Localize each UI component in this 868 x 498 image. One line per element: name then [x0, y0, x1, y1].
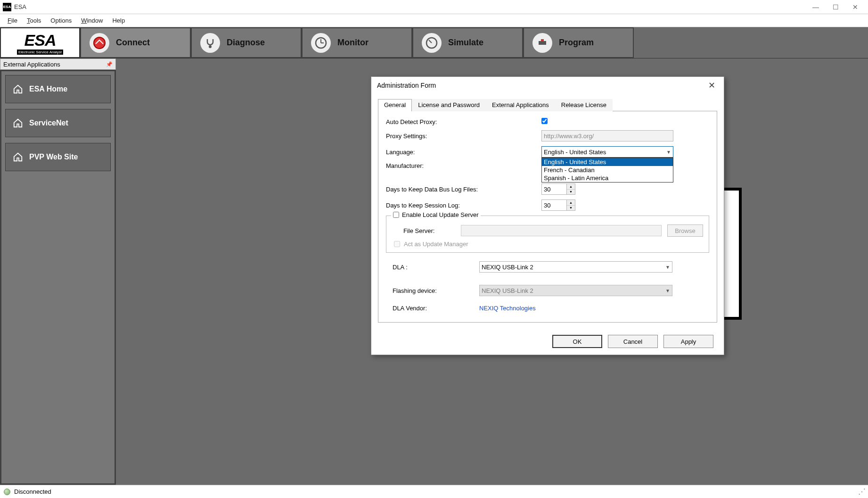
- sidebar-header: External Applications 📌: [0, 58, 116, 70]
- home-icon: [12, 151, 24, 163]
- dla-vendor-label: DLA Vendor:: [386, 305, 479, 312]
- spin-up-icon[interactable]: ▲: [567, 184, 575, 190]
- days-databus-label: Days to Keep Data Bus Log Files:: [386, 186, 541, 193]
- program-label: Program: [559, 38, 594, 48]
- sidebar-item-servicenet[interactable]: ServiceNet: [5, 109, 111, 137]
- sidebar-item-esa-home[interactable]: ESA Home: [5, 75, 111, 103]
- tab-release-license[interactable]: Release License: [555, 99, 613, 111]
- tab-external-applications[interactable]: External Applications: [486, 99, 555, 111]
- connect-icon: [90, 33, 109, 53]
- sidebar: External Applications 📌 ESA Home Service…: [0, 58, 116, 485]
- main-toolbar: ESA Electronic Service Analyst Connect D…: [0, 27, 868, 58]
- diagnose-label: Diagnose: [227, 38, 265, 48]
- connection-status-icon: [4, 489, 10, 495]
- dla-label: DLA :: [386, 264, 479, 271]
- window-titlebar: ESA ESA — ☐ ✕: [0, 0, 868, 14]
- program-icon: [532, 33, 552, 53]
- resize-grip-icon[interactable]: ⋰: [858, 487, 864, 496]
- chevron-down-icon: ▼: [666, 149, 671, 155]
- language-option-french[interactable]: French - Canadian: [542, 166, 673, 174]
- svg-rect-8: [541, 39, 544, 41]
- app-icon: ESA: [3, 3, 11, 11]
- menu-options[interactable]: Options: [46, 17, 76, 24]
- pin-icon[interactable]: 📌: [106, 61, 113, 67]
- maximize-icon[interactable]: ☐: [831, 3, 840, 11]
- spin-down-icon[interactable]: ▼: [567, 190, 575, 195]
- window-title: ESA: [14, 3, 26, 10]
- days-session-input[interactable]: [542, 200, 566, 210]
- sidebar-item-label: ServiceNet: [29, 119, 68, 127]
- home-icon: [12, 83, 24, 95]
- cancel-button[interactable]: Cancel: [608, 335, 658, 348]
- administration-form-dialog: Administration Form ✕ General License an…: [371, 76, 724, 355]
- days-databus-spinner[interactable]: ▲▼: [541, 183, 575, 195]
- diagnose-icon: [200, 33, 220, 53]
- dla-combobox[interactable]: NEXIQ USB-Link 2 ▼: [479, 261, 672, 273]
- monitor-icon: [311, 33, 331, 53]
- proxy-settings-input: [541, 130, 673, 141]
- language-option-english[interactable]: English - United States: [542, 158, 673, 166]
- dialog-close-icon[interactable]: ✕: [705, 80, 718, 91]
- svg-rect-7: [539, 41, 546, 45]
- menu-window[interactable]: Window: [76, 17, 107, 24]
- connect-button[interactable]: Connect: [80, 27, 191, 58]
- monitor-label: Monitor: [337, 38, 368, 48]
- logo-subtext: Electronic Service Analyst: [17, 50, 63, 55]
- svg-point-1: [209, 45, 212, 48]
- svg-point-0: [94, 37, 105, 49]
- menu-help[interactable]: Help: [107, 17, 130, 24]
- sidebar-item-label: PVP Web Site: [29, 153, 78, 161]
- dla-vendor-link[interactable]: NEXIQ Technologies: [479, 305, 536, 312]
- apply-button[interactable]: Apply: [663, 335, 713, 348]
- language-label: Language:: [386, 149, 541, 156]
- language-option-spanish[interactable]: Spanish - Latin America: [542, 174, 673, 182]
- dla-value: NEXIQ USB-Link 2: [482, 264, 533, 271]
- menu-tools[interactable]: Tools: [22, 17, 46, 24]
- update-server-fieldset: Enable Local Update Server File Server: …: [386, 216, 709, 253]
- flashing-device-combobox: NEXIQ USB-Link 2 ▼: [479, 285, 672, 296]
- dialog-title: Administration Form: [377, 82, 436, 89]
- monitor-button[interactable]: Monitor: [302, 27, 412, 58]
- simulate-button[interactable]: Simulate: [412, 27, 523, 58]
- chevron-down-icon: ▼: [665, 265, 670, 270]
- logo-text: ESA: [25, 31, 56, 50]
- file-server-label: File Server:: [403, 227, 455, 234]
- days-databus-input[interactable]: [542, 184, 566, 194]
- main-content: yst Administration Form ✕ General Licens…: [116, 58, 868, 485]
- dialog-titlebar: Administration Form ✕: [371, 77, 724, 94]
- auto-detect-proxy-checkbox[interactable]: [541, 118, 548, 124]
- diagnose-button[interactable]: Diagnose: [191, 27, 302, 58]
- days-session-spinner[interactable]: ▲▼: [541, 199, 575, 211]
- spin-down-icon[interactable]: ▼: [567, 206, 575, 211]
- simulate-icon: [422, 33, 442, 53]
- menu-file[interactable]: File: [3, 17, 22, 24]
- tab-license-and-password[interactable]: License and Password: [412, 99, 486, 111]
- file-server-input: [461, 225, 662, 236]
- esa-logo: ESA Electronic Service Analyst: [0, 27, 80, 58]
- connection-status-text: Disconnected: [14, 488, 51, 495]
- general-panel: Auto Detect Proxy: Proxy Settings: Langu…: [378, 111, 717, 323]
- act-as-update-manager-checkbox: [394, 241, 400, 247]
- chevron-down-icon: ▼: [665, 288, 670, 293]
- tab-general[interactable]: General: [378, 99, 412, 111]
- program-button[interactable]: Program: [523, 27, 634, 58]
- close-icon[interactable]: ✕: [851, 3, 860, 11]
- home-icon: [12, 117, 24, 129]
- spin-up-icon[interactable]: ▲: [567, 200, 575, 206]
- proxy-settings-label: Proxy Settings:: [386, 133, 541, 140]
- minimize-icon[interactable]: —: [811, 3, 820, 11]
- sidebar-title: External Applications: [3, 61, 60, 68]
- simulate-label: Simulate: [448, 38, 483, 48]
- language-combobox[interactable]: English - United States ▼: [541, 146, 673, 158]
- flashing-device-value: NEXIQ USB-Link 2: [482, 287, 533, 294]
- sidebar-item-pvp-web-site[interactable]: PVP Web Site: [5, 143, 111, 171]
- enable-local-update-checkbox[interactable]: [393, 212, 399, 218]
- flashing-device-label: Flashing device:: [386, 287, 479, 294]
- sidebar-item-label: ESA Home: [29, 85, 67, 93]
- days-session-label: Days to Keep Session Log:: [386, 202, 541, 209]
- ok-button[interactable]: OK: [552, 335, 602, 348]
- dialog-button-row: OK Cancel Apply: [371, 329, 724, 355]
- language-selected: English - United States: [544, 149, 606, 156]
- act-as-update-manager-label: Act as Update Manager: [404, 241, 468, 248]
- status-bar: Disconnected ⋰: [0, 485, 868, 498]
